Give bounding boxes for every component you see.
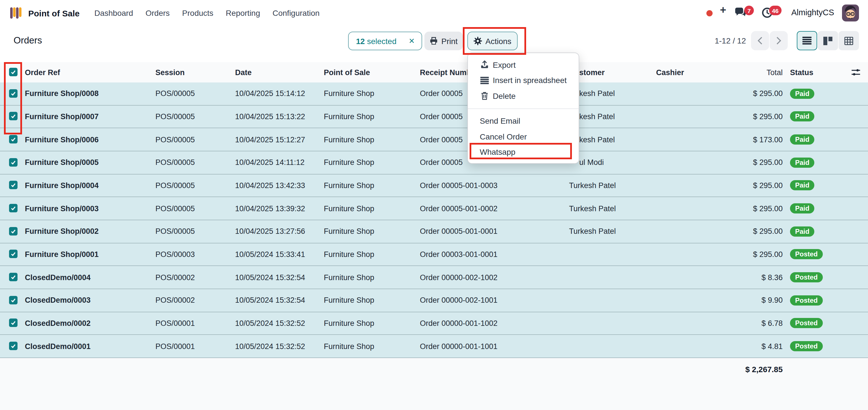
view-switch-pivot-button[interactable] (839, 31, 859, 50)
column-customer[interactable]: Customer (567, 68, 654, 76)
row-checkbox[interactable] (9, 135, 18, 143)
status-badge: Posted (790, 249, 823, 260)
table-row[interactable]: Furniture Shop/0005POS/0000510/04/2025 1… (0, 151, 868, 174)
row-checkbox[interactable] (9, 204, 18, 212)
row-checkbox[interactable] (9, 250, 18, 259)
table-row[interactable]: ClosedDemo/0002POS/0000110/05/2024 15:32… (0, 312, 868, 335)
menu-orders[interactable]: Orders (139, 8, 176, 18)
app-switcher[interactable]: Point of Sale (9, 6, 80, 20)
table-row[interactable]: Furniture Shop/0001POS/0000310/05/2024 1… (0, 243, 868, 266)
customer-cell: Turkesh Patel (567, 181, 654, 190)
menu-configuration[interactable]: Configuration (267, 8, 326, 18)
column-session[interactable]: Session (153, 68, 233, 76)
customer-cell: ul Modi (567, 159, 654, 167)
menu-item-insert-in-spreadsheet[interactable]: Insert in spreadsheet (468, 73, 579, 88)
row-checkbox[interactable] (9, 112, 18, 121)
menu-item-send-email[interactable]: Send Email (468, 113, 579, 129)
upload-icon (480, 61, 489, 69)
date-cell: 10/05/2024 15:32:52 (233, 319, 321, 328)
date-cell: 10/04/2025 15:14:12 (233, 90, 321, 98)
table-row[interactable]: Furniture Shop/0006POS/0000510/04/2025 1… (0, 129, 868, 151)
order-ref-cell: ClosedDemo/0003 (23, 296, 153, 304)
row-checkbox[interactable] (9, 319, 18, 327)
user-menu[interactable]: AlmightyCS (792, 8, 834, 17)
menu-item-cancel-order[interactable]: Cancel Order (468, 129, 579, 144)
pos-cell: Furniture Shop (321, 319, 417, 328)
session-cell: POS/00005 (153, 159, 233, 167)
print-button[interactable]: Print (424, 32, 463, 50)
cancel-order-label: Cancel Order (480, 132, 527, 141)
messages-count-badge: 7 (744, 6, 754, 15)
app-title: Point of Sale (28, 8, 80, 18)
date-cell: 10/05/2024 15:32:54 (233, 296, 321, 304)
status-cell: Paid (783, 180, 868, 191)
menu-item-export[interactable]: Export (468, 57, 579, 73)
menu-dashboard[interactable]: Dashboard (88, 8, 139, 18)
actions-label: Actions (486, 36, 512, 45)
table-row[interactable]: Furniture Shop/0008POS/0000510/04/2025 1… (0, 82, 868, 105)
selected-count: 12 (356, 36, 365, 45)
customer-cell: Turkesh Patel (567, 204, 654, 213)
table-row[interactable]: ClosedDemo/0001POS/0000110/05/2024 15:32… (0, 335, 868, 358)
column-order-ref[interactable]: Order Ref (23, 68, 153, 76)
pager-next-button[interactable] (770, 31, 788, 50)
pos-cell: Furniture Shop (321, 112, 417, 121)
list-icon (480, 77, 489, 84)
top-navbar: Point of Sale Dashboard Orders Products … (0, 0, 868, 26)
status-badge: Paid (790, 134, 815, 144)
menu-item-delete[interactable]: Delete (468, 88, 579, 104)
receipt-cell: Order 00005-001-0002 (417, 204, 567, 213)
pos-cell: Furniture Shop (321, 250, 417, 259)
row-checkbox[interactable] (9, 342, 18, 350)
status-cell: Paid (783, 158, 868, 168)
total-cell: $ 295.00 (730, 250, 783, 259)
select-all-checkbox[interactable] (9, 68, 18, 76)
table-row[interactable]: Furniture Shop/0004POS/0000510/04/2025 1… (0, 174, 868, 197)
session-cell: POS/00003 (153, 250, 233, 259)
status-cell: Posted (783, 318, 868, 329)
actions-button[interactable]: Actions (467, 32, 518, 50)
order-ref-cell: ClosedDemo/0004 (23, 273, 153, 281)
receipt-cell: Order 00005-001-0001 (417, 227, 567, 236)
status-cell: Paid (783, 227, 868, 237)
status-badge: Paid (790, 180, 815, 191)
menu-item-whatsapp[interactable]: Whatsapp (468, 144, 579, 160)
table-row[interactable]: ClosedDemo/0004POS/0000210/05/2024 15:32… (0, 266, 868, 289)
row-checkbox[interactable] (9, 273, 18, 281)
status-badge: Paid (790, 158, 815, 168)
table-row[interactable]: Furniture Shop/0003POS/0000510/04/2025 1… (0, 197, 868, 220)
row-checkbox[interactable] (9, 89, 18, 98)
column-options-sliders-icon[interactable] (851, 68, 861, 77)
plus-icon[interactable]: + (720, 4, 726, 16)
avatar[interactable] (842, 4, 859, 22)
row-checkbox[interactable] (9, 181, 18, 190)
menu-products[interactable]: Products (176, 8, 220, 18)
selected-label: selected (367, 36, 396, 45)
date-cell: 10/05/2024 15:32:54 (233, 273, 321, 281)
session-cell: POS/00001 (153, 342, 233, 350)
clear-selection-icon[interactable]: ✕ (409, 37, 415, 45)
row-checkbox[interactable] (9, 227, 18, 236)
column-point-of-sale[interactable]: Point of Sale (321, 68, 417, 76)
table-body: Furniture Shop/0008POS/0000510/04/2025 1… (0, 82, 868, 358)
menu-reporting[interactable]: Reporting (220, 8, 266, 18)
status-cell: Paid (783, 111, 868, 122)
column-date[interactable]: Date (233, 68, 321, 76)
total-cell: $ 295.00 (730, 112, 783, 121)
main-menu: Dashboard Orders Products Reporting Conf… (88, 0, 326, 26)
table-footer: $ 2,267.85 (0, 358, 868, 410)
table-row[interactable]: ClosedDemo/0003POS/0000210/05/2024 15:32… (0, 289, 868, 312)
pager-prev-button[interactable] (751, 31, 769, 50)
pos-cell: Furniture Shop (321, 342, 417, 350)
row-checkbox[interactable] (9, 296, 18, 304)
session-cell: POS/00005 (153, 227, 233, 236)
column-total[interactable]: Total (730, 68, 783, 76)
column-cashier[interactable]: Cashier (654, 68, 730, 76)
view-switch-list-button[interactable] (797, 31, 817, 50)
view-switch-kanban-button[interactable] (818, 31, 838, 50)
table-header: Order Ref Session Date Point of Sale Rec… (0, 62, 868, 82)
table-row[interactable]: Furniture Shop/0002POS/0000510/04/2025 1… (0, 220, 868, 243)
row-checkbox[interactable] (9, 158, 18, 167)
table-row[interactable]: Furniture Shop/0007POS/0000510/04/2025 1… (0, 105, 868, 128)
menu-divider (468, 108, 579, 109)
